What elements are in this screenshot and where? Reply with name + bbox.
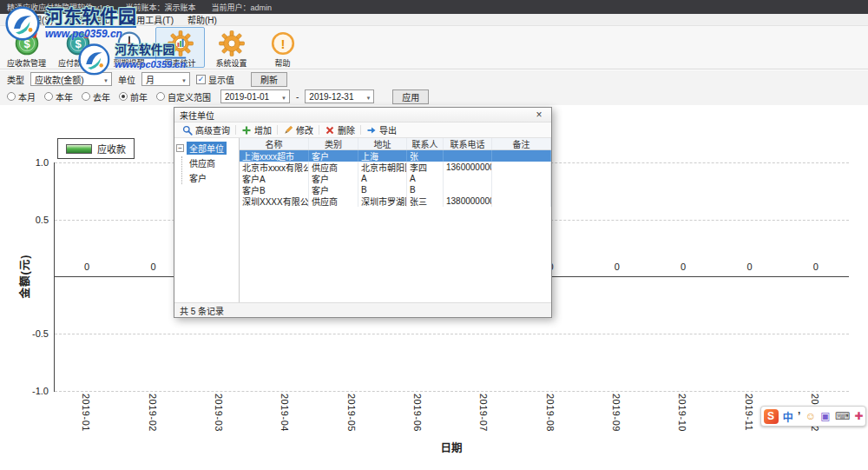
chart-legend: 应收款 xyxy=(57,138,135,159)
dialog-tool-export[interactable]: 导出 xyxy=(361,122,402,137)
dialog-tool-search[interactable]: 高级查询 xyxy=(177,122,235,137)
table-row[interactable]: 上海xxxx超市客户上海张 xyxy=(240,150,551,162)
tree-item-all-units[interactable]: 全部单位 xyxy=(176,142,237,155)
radio-icon[interactable] xyxy=(82,92,90,101)
table-cell: 1360000000 xyxy=(444,162,492,173)
checkbox-checked-icon[interactable] xyxy=(196,75,206,84)
record-count: 共 5 条记录 xyxy=(180,304,224,317)
apply-button[interactable]: 应用 xyxy=(392,89,429,104)
range-option-label: 本年 xyxy=(56,90,73,103)
table-cell xyxy=(492,150,551,162)
y-tick-label: -0.5 xyxy=(9,328,49,339)
tree-expander-icon[interactable] xyxy=(176,144,184,152)
column-header[interactable]: 联系电话 xyxy=(444,138,492,149)
range-option[interactable]: 自定义范围 xyxy=(156,90,211,103)
edit-icon xyxy=(283,125,293,136)
app-window: 精通应收应付款管理软件 v1.0 当前账本：演示账本 当前用户：admin 系统… xyxy=(0,0,868,470)
x-tick-label: 2019-03 xyxy=(214,394,224,432)
table-row[interactable]: 北京市xxxx有限公司供应商北京市朝阳区李四1360000000 xyxy=(240,162,551,173)
type-label: 类型 xyxy=(7,73,24,86)
site-watermark: 河东软件园 www.pc0359.cn xyxy=(5,6,136,41)
range-option[interactable]: 本月 xyxy=(7,90,36,103)
radio-icon[interactable] xyxy=(156,92,165,101)
column-header[interactable]: 地址 xyxy=(358,138,407,149)
column-header[interactable]: 类别 xyxy=(309,138,358,149)
toolbar-button-gear[interactable]: 系统设置 xyxy=(207,27,256,68)
chevron-down-icon xyxy=(281,92,286,102)
range-option[interactable]: 前年 xyxy=(119,90,148,103)
point-value-label: 0 xyxy=(681,261,686,272)
chevron-down-icon xyxy=(103,75,108,84)
range-option[interactable]: 本年 xyxy=(44,90,73,103)
table-row[interactable]: 深圳XXXX有限公司供应商深圳市罗湖区张三1380000000 xyxy=(240,195,551,207)
y-axis-title: 金额(元) xyxy=(16,255,32,299)
menu-item[interactable]: 帮助(H) xyxy=(181,14,224,25)
toolbar-button-label: 帮助 xyxy=(274,57,290,69)
svg-text:!: ! xyxy=(280,36,285,51)
table-cell: 客户A xyxy=(240,173,309,184)
table-row[interactable]: 客户B客户BB xyxy=(240,184,551,195)
column-header[interactable]: 备注 xyxy=(492,138,551,149)
skin-icon[interactable]: ▣ xyxy=(820,410,830,422)
tree-item[interactable]: 供应商 xyxy=(189,156,237,169)
y-tick-label: 1.0 xyxy=(9,157,49,168)
sogou-logo[interactable]: S xyxy=(764,409,779,424)
column-header[interactable]: 联系人 xyxy=(407,138,444,149)
toolbox-icon[interactable]: ✚ xyxy=(854,410,863,422)
dialog-tool-label: 删除 xyxy=(338,123,355,136)
table-cell: 客户 xyxy=(309,173,358,184)
tree-children: 供应商客户 xyxy=(181,156,237,184)
table-cell: 1380000000 xyxy=(444,195,492,207)
date-from-select[interactable]: 2019-01-01 xyxy=(220,89,290,103)
watermark-site-url: www.pc0359.cn xyxy=(45,28,136,40)
y-tick-label: -1.0 xyxy=(9,386,49,396)
x-tick-label: 2019-01 xyxy=(81,394,91,432)
table-cell xyxy=(444,184,492,195)
dialog-toolbar: 高级查询增加修改删除导出 xyxy=(174,122,551,138)
tree-item[interactable]: 客户 xyxy=(189,171,237,184)
emoji-icon[interactable]: ☺ xyxy=(806,410,816,422)
point-value-label: 0 xyxy=(84,261,89,272)
punctuation-icon[interactable]: ’ xyxy=(798,410,800,422)
column-header[interactable]: 名称 xyxy=(240,138,309,149)
type-select-value: 应收款(金额) xyxy=(35,73,84,86)
search-icon xyxy=(182,125,193,136)
refresh-button[interactable]: 刷新 xyxy=(251,72,287,87)
dialog-tool-edit[interactable]: 修改 xyxy=(278,122,319,137)
toolbar-button-help[interactable]: !帮助 xyxy=(258,27,307,68)
table-cell: B xyxy=(358,184,407,195)
dialog-titlebar[interactable]: 来往单位 × xyxy=(174,108,551,122)
dialog-tool-delete[interactable]: 删除 xyxy=(319,122,360,137)
radio-icon[interactable] xyxy=(7,92,16,101)
watermark-site-url: www.pc0359.cn xyxy=(115,58,186,70)
table-cell: 客户 xyxy=(309,150,358,162)
ime-toolbar: S中’☺▣⌨✚ xyxy=(760,406,866,427)
y-axis-line xyxy=(54,162,55,392)
range-option-label: 前年 xyxy=(130,90,148,103)
date-to-select[interactable]: 2019-12-31 xyxy=(305,89,374,103)
table-row[interactable]: 客户A客户AA xyxy=(240,173,551,184)
show-values-option[interactable]: 显示值 xyxy=(196,73,234,86)
toolbar-button-label: 系统设置 xyxy=(215,57,247,69)
export-icon xyxy=(366,125,377,136)
watermark-site-name: 河东软件园 xyxy=(45,6,136,28)
point-value-label: 0 xyxy=(615,261,620,272)
business-units-dialog: 来往单位 × 高级查询增加修改删除导出 全部单位 供应商客户 名称类别地址联系人… xyxy=(174,107,552,318)
range-option-label: 自定义范围 xyxy=(168,90,211,103)
add-icon xyxy=(241,125,252,136)
keyboard-icon[interactable]: ⌨ xyxy=(835,410,850,422)
table-cell xyxy=(492,162,551,173)
help-icon: ! xyxy=(270,30,296,56)
table-cell: 李四 xyxy=(407,162,444,173)
x-tick-label: 2019-08 xyxy=(545,394,556,432)
date-to-value: 2019-12-31 xyxy=(309,92,353,102)
chinese-mode-icon[interactable]: 中 xyxy=(783,409,793,424)
x-tick-label: 2019-07 xyxy=(478,394,489,432)
toolbar-button-label: 应收款管理 xyxy=(7,57,46,69)
range-option[interactable]: 去年 xyxy=(82,90,110,103)
radio-checked-icon[interactable] xyxy=(119,92,128,101)
radio-icon[interactable] xyxy=(44,92,53,101)
dialog-tool-add[interactable]: 增加 xyxy=(236,122,277,137)
close-icon[interactable]: × xyxy=(532,109,546,121)
dialog-tool-label: 导出 xyxy=(379,123,397,136)
